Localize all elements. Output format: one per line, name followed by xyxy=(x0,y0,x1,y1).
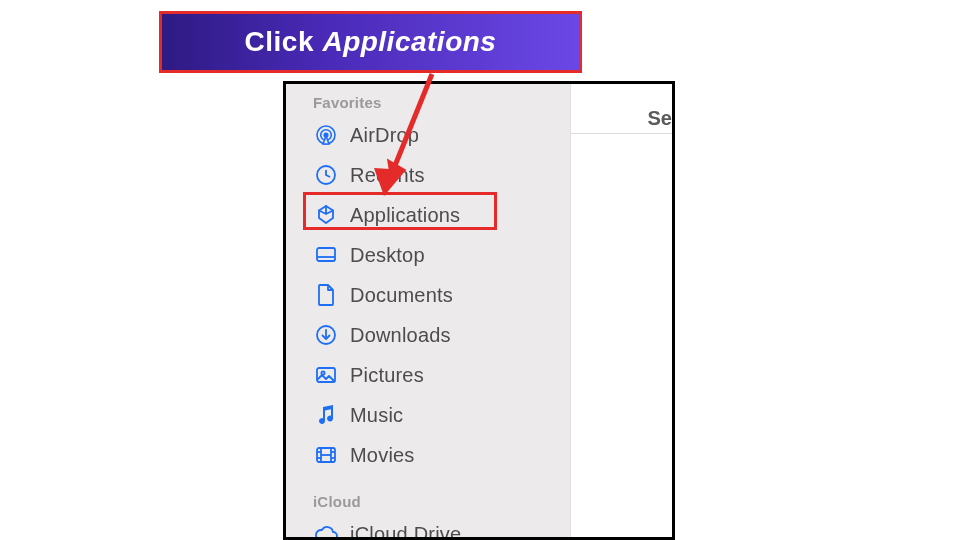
toolbar-search-fragment[interactable]: Se xyxy=(648,107,672,130)
sidebar-item-airdrop[interactable]: AirDrop xyxy=(286,115,570,155)
sidebar-item-label: Desktop xyxy=(350,244,425,267)
picture-icon xyxy=(312,361,340,389)
callout-prefix: Click xyxy=(245,26,314,58)
sidebar-item-downloads[interactable]: Downloads xyxy=(286,315,570,355)
callout-target: Applications xyxy=(322,26,496,58)
sidebar-item-desktop[interactable]: Desktop xyxy=(286,235,570,275)
sidebar-item-music[interactable]: Music xyxy=(286,395,570,435)
finder-sidebar: Favorites AirDrop Recents xyxy=(286,84,571,537)
sidebar-item-label: AirDrop xyxy=(350,124,419,147)
music-icon xyxy=(312,401,340,429)
clock-icon xyxy=(312,161,340,189)
sidebar-item-icloud-drive[interactable]: iCloud Drive xyxy=(286,514,570,540)
sidebar-item-applications[interactable]: Applications xyxy=(286,195,570,235)
applications-icon xyxy=(312,201,340,229)
sidebar-item-label: Music xyxy=(350,404,403,427)
airdrop-icon xyxy=(312,121,340,149)
sidebar-item-label: Applications xyxy=(350,204,460,227)
sidebar-item-pictures[interactable]: Pictures xyxy=(286,355,570,395)
finder-window: Favorites AirDrop Recents xyxy=(283,81,675,540)
sidebar-item-label: Documents xyxy=(350,284,453,307)
desktop-icon xyxy=(312,241,340,269)
sidebar-item-label: Movies xyxy=(350,444,415,467)
sidebar-item-label: Pictures xyxy=(350,364,424,387)
finder-toolbar: Se xyxy=(571,84,675,134)
document-icon xyxy=(312,281,340,309)
sidebar-item-label: iCloud Drive xyxy=(350,523,461,541)
sidebar-item-label: Downloads xyxy=(350,324,451,347)
sidebar-item-recents[interactable]: Recents xyxy=(286,155,570,195)
sidebar-item-documents[interactable]: Documents xyxy=(286,275,570,315)
instruction-callout: Click Applications xyxy=(159,11,582,73)
svg-rect-7 xyxy=(317,248,335,261)
sidebar-item-movies[interactable]: Movies xyxy=(286,435,570,475)
film-icon xyxy=(312,441,340,469)
finder-content-pane: Se xyxy=(571,84,675,537)
sidebar-item-label: Recents xyxy=(350,164,425,187)
download-icon xyxy=(312,321,340,349)
sidebar-section-favorites: Favorites xyxy=(286,88,570,115)
sidebar-section-icloud: iCloud xyxy=(286,487,570,514)
cloud-icon xyxy=(312,520,340,540)
